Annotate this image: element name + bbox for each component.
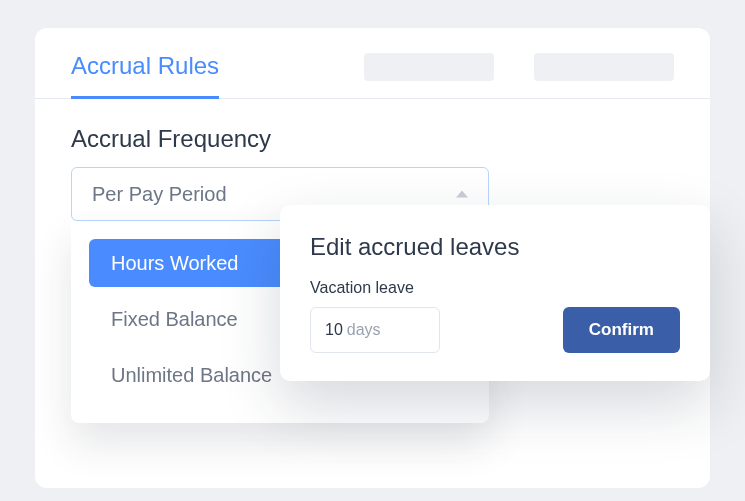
tabs-bar: Accrual Rules <box>35 28 710 99</box>
select-value: Per Pay Period <box>92 183 227 206</box>
modal-title: Edit accrued leaves <box>310 233 680 261</box>
tab-placeholder-1[interactable] <box>364 53 494 81</box>
leave-value-unit: days <box>347 321 381 339</box>
tab-placeholder-2[interactable] <box>534 53 674 81</box>
leave-value-input[interactable]: 10 days <box>310 307 440 353</box>
modal-field-label: Vacation leave <box>310 279 680 297</box>
modal-row: 10 days Confirm <box>310 307 680 353</box>
section-title: Accrual Frequency <box>71 125 674 153</box>
tab-accrual-rules[interactable]: Accrual Rules <box>71 52 219 99</box>
content-area: Accrual Frequency Per Pay Period Hours W… <box>35 99 710 221</box>
chevron-up-icon <box>456 191 468 198</box>
edit-accrued-leaves-modal: Edit accrued leaves Vacation leave 10 da… <box>280 205 710 381</box>
leave-value-number: 10 <box>325 321 343 339</box>
confirm-button[interactable]: Confirm <box>563 307 680 353</box>
